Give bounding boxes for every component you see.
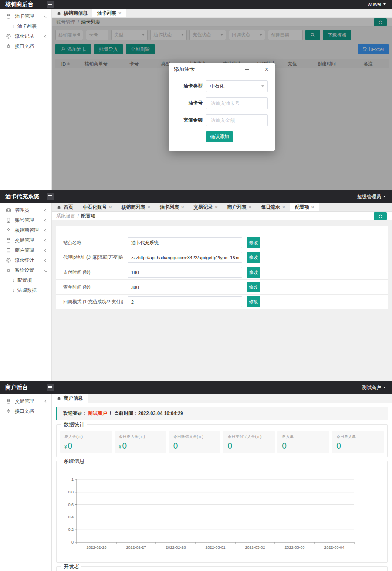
edit-button[interactable]: 修改	[247, 237, 260, 248]
edit-button[interactable]: 修改	[247, 296, 260, 307]
sidebar-item-核销商管理[interactable]: 核销商管理	[0, 225, 51, 235]
tab-交易记录[interactable]: 交易记录×	[189, 203, 222, 211]
tab-label: 油卡列表	[160, 204, 179, 211]
merchant-admin-window: 商户后台 测试商户 交易管理接口文档 商户信息 欢迎登录： 测试商户 ！ 当前时…	[0, 381, 392, 571]
user-icon	[6, 228, 11, 233]
edit-button[interactable]: 修改	[247, 252, 260, 263]
sidebar-subitem-配置项[interactable]: 配置项	[0, 275, 51, 286]
stat-card-总入单: 总入单0	[277, 431, 329, 453]
x-axis-tick-label: 2022-02-26	[86, 545, 106, 550]
s1-sidebar: 油卡管理油卡列表流水记录接口文档	[0, 9, 52, 190]
menu-toggle-button[interactable]	[47, 384, 54, 391]
sidebar-item-流水记录[interactable]: 流水记录	[0, 31, 51, 41]
modal-input-充值金额[interactable]	[210, 117, 264, 123]
tab-close-icon[interactable]: ×	[249, 205, 251, 210]
edit-button[interactable]: 修改	[247, 282, 260, 292]
hamburger-icon	[48, 197, 52, 197]
config-input-回调模式 (1:充值成功/2:支付成功)[interactable]	[128, 296, 242, 307]
sidebar-item-label: 系统设置	[15, 267, 45, 274]
config-label: 回调模式 (1:充值成功/2:支付成功)	[56, 295, 123, 309]
s3-user-menu[interactable]: 测试商户	[362, 384, 392, 391]
sidebar-item-账号管理[interactable]: 账号管理	[0, 215, 51, 225]
config-input-站点名称[interactable]	[128, 237, 242, 248]
config-value: 修改	[123, 252, 388, 263]
tab-油卡列表[interactable]: 油卡列表×	[92, 9, 126, 17]
chevron-right-icon	[12, 279, 14, 282]
edit-button[interactable]: 修改	[247, 267, 260, 278]
gear-icon	[6, 44, 11, 49]
tab-close-icon[interactable]: ×	[147, 205, 150, 210]
confirm-add-button[interactable]: 确认添加	[206, 131, 233, 142]
tab-close-icon[interactable]: ×	[282, 205, 285, 210]
s1-main-content: 账号管理 / 油卡列表 类型油卡状态充值状态回调状态下载模板 添加油卡 批量导入…	[52, 18, 392, 190]
sidebar-item-流水统计[interactable]: 流水统计	[0, 255, 51, 265]
tab-配置项[interactable]: 配置项×	[290, 203, 319, 211]
breadcrumb-parent[interactable]: 系统设置	[56, 213, 75, 219]
stat-value: 0	[282, 441, 325, 451]
welcome-middle: ！ 当前时间：	[108, 410, 138, 417]
s3-user-name: 测试商户	[362, 384, 381, 391]
config-row-代理ip地址 (芝麻|流冠|万变|豌豆|极光): 代理ip地址 (芝麻|流冠|万变|豌豆|极光)修改	[56, 250, 388, 265]
sidebar-item-交易管理[interactable]: 交易管理	[0, 396, 51, 406]
minimize-icon[interactable]	[243, 66, 250, 72]
config-value: 修改	[123, 296, 388, 307]
tab-商户列表[interactable]: 商户列表×	[223, 203, 256, 211]
chevron-left-icon	[44, 239, 47, 242]
config-row-站点名称: 站点名称修改	[56, 235, 388, 250]
maximize-icon[interactable]	[253, 66, 260, 72]
s1-header: 核销商后台 wuwei	[0, 0, 392, 9]
tab-label: 交易记录	[193, 204, 213, 211]
s1-user-menu[interactable]: wuwei	[368, 2, 392, 7]
tab-油卡列表[interactable]: 油卡列表×	[155, 203, 189, 211]
menu-toggle-button[interactable]	[47, 193, 54, 200]
modal-field-油卡类型: 油卡类型中石化	[176, 80, 268, 92]
sidebar-subitem-油卡列表[interactable]: 油卡列表	[0, 21, 51, 31]
tab-中石化账号[interactable]: 中石化账号×	[78, 203, 116, 211]
tab-close-icon[interactable]: ×	[311, 205, 314, 210]
sidebar-item-接口文档[interactable]: 接口文档	[0, 406, 51, 416]
tab-核销商信息[interactable]: 核销商信息	[52, 9, 92, 17]
sidebar-item-系统设置[interactable]: 系统设置	[0, 265, 51, 275]
config-input-查单时间 (秒)[interactable]	[128, 282, 242, 292]
sidebar-item-接口文档[interactable]: 接口文档	[0, 41, 51, 51]
chevron-left-icon	[44, 400, 47, 403]
stat-value: 0	[336, 441, 379, 451]
sidebar-subitem-清理数据[interactable]: 清理数据	[0, 286, 51, 296]
config-label: 代理ip地址 (芝麻|流冠|万变|豌豆|极光)	[56, 250, 123, 265]
modal-field-油卡号: 油卡号	[176, 97, 268, 109]
oilcard-type-select[interactable]: 中石化	[206, 80, 268, 92]
config-input-代理ip地址 (芝麻|流冠|万变|豌豆|极光)[interactable]	[128, 252, 242, 263]
sidebar-item-交易管理[interactable]: 交易管理	[0, 235, 51, 245]
tab-商户信息[interactable]: 商户信息	[52, 394, 88, 403]
y-axis-tick-label: 0.4	[68, 515, 74, 519]
welcome-time: 2022-03-04 10:04:29	[138, 411, 183, 416]
sidebar-item-管理员[interactable]: 管理员	[0, 205, 51, 215]
sidebar-subitem-label: 清理数据	[17, 287, 37, 294]
tab-核销商列表[interactable]: 核销商列表×	[116, 203, 155, 211]
tab-每日流水[interactable]: 每日流水×	[256, 203, 290, 211]
currency-symbol: ¥	[64, 445, 67, 449]
stat-number: 0	[173, 441, 178, 451]
modal-header: 添加油卡 ×	[169, 63, 275, 76]
tab-首页[interactable]: 首页	[52, 203, 78, 211]
config-input-支付时间 (秒)[interactable]	[128, 267, 242, 278]
s2-breadcrumb: 系统设置 / 配置项	[52, 212, 392, 220]
add-oilcard-modal: 添加油卡 × 油卡类型中石化油卡号充值金额确认添加	[169, 63, 275, 151]
close-icon[interactable]: ×	[264, 66, 270, 72]
modal-input-油卡号[interactable]	[210, 100, 264, 106]
config-row-查单时间 (秒): 查单时间 (秒)修改	[56, 280, 388, 295]
tab-close-icon[interactable]: ×	[109, 205, 112, 210]
tab-close-icon[interactable]: ×	[181, 205, 184, 210]
sidebar-item-label: 核销商管理	[15, 227, 45, 234]
stats-fieldset: 数据统计 总入金(元)¥0今日总入金(元)¥0今日微信入金(元)0今日支付宝入金…	[56, 424, 388, 457]
config-card-header	[56, 226, 388, 235]
stat-value: ¥0	[64, 441, 108, 451]
tab-close-icon[interactable]: ×	[118, 11, 121, 16]
sidebar-item-商户管理[interactable]: 商户管理	[0, 245, 51, 255]
menu-toggle-button[interactable]	[47, 1, 54, 8]
tab-close-icon[interactable]: ×	[215, 205, 217, 210]
sidebar-item-label: 流水统计	[15, 257, 45, 264]
refresh-button[interactable]	[374, 212, 387, 220]
s2-user-menu[interactable]: 超级管理员	[357, 194, 392, 200]
sidebar-item-油卡管理[interactable]: 油卡管理	[0, 11, 51, 21]
